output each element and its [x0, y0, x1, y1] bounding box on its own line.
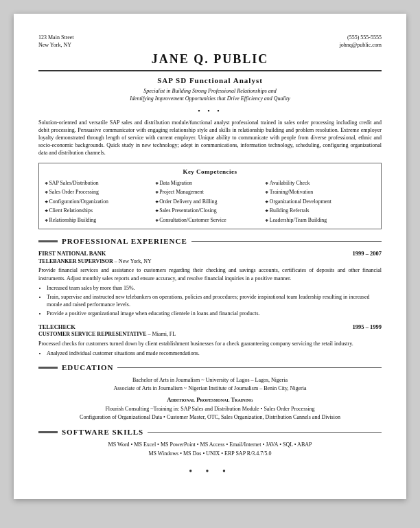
comp-item: Configuration/Organization	[45, 198, 155, 207]
experience-section-header: Professional Experience	[38, 236, 382, 246]
comp-item: Organizational Development	[265, 198, 375, 207]
summary-text: Solution-oriented and versatile SAP sale…	[38, 119, 382, 157]
exp-location-fnb: New York, NY	[119, 258, 152, 264]
header-divider	[38, 70, 382, 71]
exp-company-telecheck: Telecheck	[38, 323, 75, 331]
exp-entry-fnb: First National Bank 1999 – 2007 Telebank…	[38, 250, 382, 317]
exp-location-telecheck: Miami, FL	[152, 331, 176, 337]
job-subtitle: Specialist in Building Strong Profession…	[38, 87, 382, 102]
exp-entry-telecheck: Telecheck 1995 – 1999 Customer Service R…	[38, 323, 382, 358]
job-title-section: SAP SD Functional Analyst Specialist in …	[38, 76, 382, 102]
header-contact: 123 Main Street New York, NY (555) 555-5…	[38, 34, 382, 49]
exp-company-fnb: First National Bank	[38, 250, 106, 257]
section-line-right	[191, 241, 382, 242]
section-line-right2	[117, 367, 382, 368]
exp-title-telecheck: Customer Service Representative	[38, 331, 147, 337]
bottom-dots: • • •	[38, 466, 382, 479]
software-title: Software Skills	[62, 427, 143, 437]
competencies-grid: SAP Sales/Distribution Data Migration Av…	[45, 179, 375, 225]
comp-item: Order Delivery and Billing	[155, 198, 266, 207]
exp-title-line-fnb: Telebanker Supervisor – New York, NY	[38, 258, 382, 266]
comp-item: Sales Presentation/Closing	[155, 207, 266, 216]
additional-training-title: Additional Professional Training	[38, 396, 382, 404]
section-line-left	[38, 240, 58, 242]
exp-dates-fnb: 1999 – 2007	[353, 250, 382, 257]
bullet-item: Increased team sales by more than 15%.	[47, 284, 382, 292]
comp-item: Project Management	[155, 188, 266, 197]
section-line-left3	[38, 431, 58, 433]
comp-item: Relationship Building	[45, 216, 155, 225]
bullet-item: Provide a positive organizational image …	[47, 310, 382, 317]
exp-title-line-telecheck: Customer Service Representative – Miami,…	[38, 331, 382, 338]
exp-header-fnb: First National Bank 1999 – 2007	[38, 250, 382, 257]
exp-header-telecheck: Telecheck 1995 – 1999	[38, 323, 382, 331]
comp-item: Consultation/Customer Service	[155, 216, 266, 225]
software-section-header: Software Skills	[38, 427, 382, 437]
degree-1: Bachelor of Arts in Journalism ~ Univers…	[38, 376, 382, 384]
comp-item: Training/Motivation	[265, 188, 375, 197]
competencies-title: Key Competencies	[45, 168, 375, 176]
section-dots: • • •	[38, 106, 382, 116]
comp-item: Building Referrals	[265, 207, 375, 216]
education-title: Education	[62, 363, 113, 373]
experience-title: Professional Experience	[62, 236, 187, 246]
comp-item: Availability Check	[265, 179, 375, 188]
comp-item: Leadership/Team Building	[265, 216, 375, 225]
section-line-left2	[38, 367, 58, 369]
exp-desc-fnb: Provide financial services and assistanc…	[38, 266, 382, 282]
degree-2: Associate of Arts in Journalism ~ Nigeri…	[38, 384, 382, 393]
contact-block: (555) 555-5555 johnq@public.com	[340, 34, 382, 49]
candidate-name: Jane Q. Public	[38, 51, 382, 67]
comp-item: Sales Order Processing	[45, 188, 155, 197]
comp-item: SAP Sales/Distribution	[45, 179, 155, 188]
bullet-item: Analyzed individual customer situations …	[47, 349, 382, 357]
additional-training-text: Flourish Consulting ~Training in: SAP Sa…	[38, 405, 382, 422]
exp-title-fnb: Telebanker Supervisor	[38, 258, 113, 264]
education-degrees: Bachelor of Arts in Journalism ~ Univers…	[38, 376, 382, 393]
bullet-item: Train, supervise and instructed new tele…	[47, 293, 382, 308]
resume-page: 123 Main Street New York, NY (555) 555-5…	[14, 14, 406, 499]
section-line-right3	[148, 432, 382, 433]
exp-bullets-telecheck: Analyzed individual customer situations …	[47, 349, 382, 357]
education-section-header: Education	[38, 363, 382, 373]
competencies-box: Key Competencies SAP Sales/Distribution …	[38, 163, 382, 230]
job-title: SAP SD Functional Analyst	[38, 76, 382, 86]
exp-bullets-fnb: Increased team sales by more than 15%. T…	[47, 284, 382, 318]
exp-dates-telecheck: 1995 – 1999	[353, 323, 382, 331]
software-text: MS Word • MS Excel • MS PowerPoint • MS …	[38, 441, 382, 459]
comp-item: Client Relationships	[45, 207, 155, 216]
comp-item: Data Migration	[155, 179, 266, 188]
exp-desc-telecheck: Processed checks for customers turned do…	[38, 340, 382, 347]
address-block: 123 Main Street New York, NY	[38, 34, 74, 49]
